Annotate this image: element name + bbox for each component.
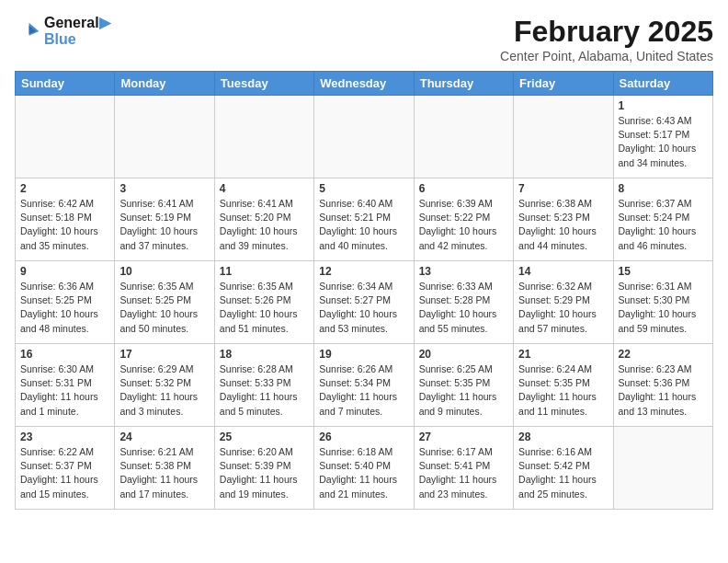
weekday-header-thursday: Thursday <box>414 72 513 96</box>
day-number: 24 <box>119 431 209 443</box>
day-number: 17 <box>119 348 209 361</box>
calendar-cell: 8Sunrise: 6:37 AM Sunset: 5:24 PM Daylig… <box>613 178 712 261</box>
day-info: Sunrise: 6:22 AM Sunset: 5:37 PM Dayligh… <box>20 445 109 501</box>
calendar-cell: 3Sunrise: 6:41 AM Sunset: 5:19 PM Daylig… <box>115 178 214 261</box>
calendar-cell: 10Sunrise: 6:35 AM Sunset: 5:25 PM Dayli… <box>115 261 214 344</box>
day-number: 22 <box>619 348 708 361</box>
day-info: Sunrise: 6:31 AM Sunset: 5:30 PM Dayligh… <box>619 280 708 336</box>
day-info: Sunrise: 6:28 AM Sunset: 5:33 PM Dayligh… <box>220 362 309 419</box>
day-number: 7 <box>518 182 608 195</box>
logo: General▶ Blue <box>15 15 110 47</box>
calendar-cell: 21Sunrise: 6:24 AM Sunset: 5:35 PM Dayli… <box>514 344 613 427</box>
calendar-cell: 22Sunrise: 6:23 AM Sunset: 5:36 PM Dayli… <box>613 344 712 427</box>
weekday-header-monday: Monday <box>115 72 214 96</box>
day-info: Sunrise: 6:35 AM Sunset: 5:26 PM Dayligh… <box>220 280 309 336</box>
day-info: Sunrise: 6:30 AM Sunset: 5:31 PM Dayligh… <box>20 362 109 419</box>
calendar-cell: 16Sunrise: 6:30 AM Sunset: 5:31 PM Dayli… <box>16 344 115 427</box>
calendar-cell: 26Sunrise: 6:18 AM Sunset: 5:40 PM Dayli… <box>314 427 414 510</box>
day-number: 15 <box>619 265 708 278</box>
calendar-cell <box>314 96 414 178</box>
weekday-header-saturday: Saturday <box>613 72 712 96</box>
day-number: 11 <box>220 265 309 278</box>
day-info: Sunrise: 6:17 AM Sunset: 5:41 PM Dayligh… <box>419 445 508 501</box>
day-number: 4 <box>220 182 309 195</box>
day-info: Sunrise: 6:39 AM Sunset: 5:22 PM Dayligh… <box>419 197 508 253</box>
calendar-cell: 15Sunrise: 6:31 AM Sunset: 5:30 PM Dayli… <box>613 261 712 344</box>
day-number: 16 <box>20 348 109 361</box>
page-header: General▶ Blue February 2025 Center Point… <box>15 15 713 63</box>
weekday-header-friday: Friday <box>514 72 613 96</box>
calendar-cell: 20Sunrise: 6:25 AM Sunset: 5:35 PM Dayli… <box>414 344 513 427</box>
day-info: Sunrise: 6:16 AM Sunset: 5:42 PM Dayligh… <box>518 445 608 501</box>
calendar-table: SundayMondayTuesdayWednesdayThursdayFrid… <box>15 71 713 510</box>
month-title: February 2025 <box>500 15 713 49</box>
day-number: 3 <box>119 182 209 195</box>
day-info: Sunrise: 6:40 AM Sunset: 5:21 PM Dayligh… <box>319 197 408 253</box>
week-row-1: 2Sunrise: 6:42 AM Sunset: 5:18 PM Daylig… <box>16 178 713 261</box>
calendar-cell: 27Sunrise: 6:17 AM Sunset: 5:41 PM Dayli… <box>414 427 513 510</box>
week-row-2: 9Sunrise: 6:36 AM Sunset: 5:25 PM Daylig… <box>16 261 713 344</box>
day-number: 9 <box>20 265 109 278</box>
calendar-cell: 4Sunrise: 6:41 AM Sunset: 5:20 PM Daylig… <box>214 178 313 261</box>
day-number: 10 <box>119 265 209 278</box>
day-number: 1 <box>619 99 708 112</box>
day-number: 5 <box>319 182 408 195</box>
day-info: Sunrise: 6:25 AM Sunset: 5:35 PM Dayligh… <box>419 362 508 419</box>
calendar-cell: 28Sunrise: 6:16 AM Sunset: 5:42 PM Dayli… <box>514 427 613 510</box>
day-info: Sunrise: 6:36 AM Sunset: 5:25 PM Dayligh… <box>20 280 109 336</box>
calendar-cell: 6Sunrise: 6:39 AM Sunset: 5:22 PM Daylig… <box>414 178 513 261</box>
location-subtitle: Center Point, Alabama, United States <box>500 49 713 63</box>
day-info: Sunrise: 6:24 AM Sunset: 5:35 PM Dayligh… <box>518 362 608 419</box>
day-number: 8 <box>619 182 708 195</box>
calendar-cell <box>514 96 613 178</box>
day-number: 28 <box>518 431 608 443</box>
day-info: Sunrise: 6:29 AM Sunset: 5:32 PM Dayligh… <box>119 362 209 419</box>
weekday-header-sunday: Sunday <box>16 72 115 96</box>
day-number: 18 <box>220 348 309 361</box>
day-number: 12 <box>319 265 408 278</box>
calendar-cell: 17Sunrise: 6:29 AM Sunset: 5:32 PM Dayli… <box>115 344 214 427</box>
day-info: Sunrise: 6:43 AM Sunset: 5:17 PM Dayligh… <box>619 114 708 170</box>
day-info: Sunrise: 6:18 AM Sunset: 5:40 PM Dayligh… <box>319 445 408 501</box>
weekday-header-tuesday: Tuesday <box>214 72 313 96</box>
calendar-cell: 12Sunrise: 6:34 AM Sunset: 5:27 PM Dayli… <box>314 261 414 344</box>
calendar-cell <box>414 96 513 178</box>
week-row-4: 23Sunrise: 6:22 AM Sunset: 5:37 PM Dayli… <box>16 427 713 510</box>
calendar-cell: 23Sunrise: 6:22 AM Sunset: 5:37 PM Dayli… <box>16 427 115 510</box>
day-number: 14 <box>518 265 608 278</box>
week-row-3: 16Sunrise: 6:30 AM Sunset: 5:31 PM Dayli… <box>16 344 713 427</box>
day-info: Sunrise: 6:26 AM Sunset: 5:34 PM Dayligh… <box>319 362 408 419</box>
calendar-cell: 24Sunrise: 6:21 AM Sunset: 5:38 PM Dayli… <box>115 427 214 510</box>
week-row-0: 1Sunrise: 6:43 AM Sunset: 5:17 PM Daylig… <box>16 96 713 178</box>
calendar-cell: 19Sunrise: 6:26 AM Sunset: 5:34 PM Dayli… <box>314 344 414 427</box>
day-number: 20 <box>419 348 508 361</box>
calendar-cell: 9Sunrise: 6:36 AM Sunset: 5:25 PM Daylig… <box>16 261 115 344</box>
logo-icon <box>15 18 40 44</box>
day-info: Sunrise: 6:41 AM Sunset: 5:19 PM Dayligh… <box>119 197 209 253</box>
day-number: 26 <box>319 431 408 443</box>
day-info: Sunrise: 6:21 AM Sunset: 5:38 PM Dayligh… <box>119 445 209 501</box>
calendar-cell: 14Sunrise: 6:32 AM Sunset: 5:29 PM Dayli… <box>514 261 613 344</box>
title-block: February 2025 Center Point, Alabama, Uni… <box>500 15 713 63</box>
day-number: 23 <box>20 431 109 443</box>
calendar-cell <box>613 427 712 510</box>
day-info: Sunrise: 6:32 AM Sunset: 5:29 PM Dayligh… <box>518 280 608 336</box>
day-number: 13 <box>419 265 508 278</box>
weekday-header-wednesday: Wednesday <box>314 72 414 96</box>
calendar-cell <box>214 96 313 178</box>
day-info: Sunrise: 6:37 AM Sunset: 5:24 PM Dayligh… <box>619 197 708 253</box>
calendar-cell: 7Sunrise: 6:38 AM Sunset: 5:23 PM Daylig… <box>514 178 613 261</box>
day-info: Sunrise: 6:42 AM Sunset: 5:18 PM Dayligh… <box>20 197 109 253</box>
weekday-header-row: SundayMondayTuesdayWednesdayThursdayFrid… <box>16 72 713 96</box>
calendar-cell: 13Sunrise: 6:33 AM Sunset: 5:28 PM Dayli… <box>414 261 513 344</box>
day-info: Sunrise: 6:35 AM Sunset: 5:25 PM Dayligh… <box>119 280 209 336</box>
calendar-cell: 1Sunrise: 6:43 AM Sunset: 5:17 PM Daylig… <box>613 96 712 178</box>
day-info: Sunrise: 6:20 AM Sunset: 5:39 PM Dayligh… <box>220 445 309 501</box>
logo-text: General▶ Blue <box>44 15 110 47</box>
calendar-cell <box>16 96 115 178</box>
day-info: Sunrise: 6:34 AM Sunset: 5:27 PM Dayligh… <box>319 280 408 336</box>
calendar-cell: 5Sunrise: 6:40 AM Sunset: 5:21 PM Daylig… <box>314 178 414 261</box>
calendar-cell: 11Sunrise: 6:35 AM Sunset: 5:26 PM Dayli… <box>214 261 313 344</box>
day-number: 27 <box>419 431 508 443</box>
day-number: 19 <box>319 348 408 361</box>
